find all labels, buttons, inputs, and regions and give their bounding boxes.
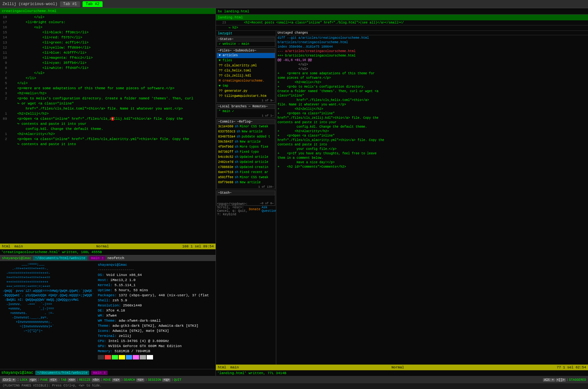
left-editor: creatingacolourscheme.html 18 </ul> 17 <… (0, 8, 216, 255)
file-item-helix[interactable]: ?? cls_helix.toml (217, 68, 275, 73)
prompt-user: shayanqvi@lmac (1, 371, 33, 375)
prompt-path: ~/documents/html/website (35, 371, 89, 375)
commit-item[interactable]: 8348753a4shpubdate added t (217, 134, 275, 139)
terminal-command: neofetch (107, 256, 124, 260)
commits-title: ─Commits─ ─Reflog─ (217, 120, 275, 124)
donate-link: Donate (249, 208, 260, 211)
info-icons: Icons: Adwaita [GTK2], mate [GTK3] (98, 328, 213, 333)
diff-area: Unstaged changes diff --git a/articles/c… (276, 31, 588, 365)
code-line: 17 <li>Bright colours: (0, 20, 216, 25)
keybind-bar: Ctrl + ⬡ LOCK <p> ⟩ PANE <t> ⟩ TAB <n> ⟩… (0, 376, 588, 383)
file-item-alacritty[interactable]: ?? cls_alacritty.yml (217, 63, 275, 68)
info-terminal: Terminal: zellij (98, 333, 213, 339)
right-editor-window-title: hx landing.html (216, 8, 588, 15)
title-bar: Zellij (capricious-wool) Tab #1 Tab #2 (0, 0, 588, 8)
window-title: Zellij (capricious-wool) (3, 2, 57, 6)
commit-item[interactable]: a591ffeeshMinor CSS tweak (217, 175, 275, 180)
status-item[interactable]: ✓ website → main (217, 42, 275, 47)
kb-session: <o> ⟩ SESSION (136, 378, 161, 382)
swatch-3 (112, 355, 118, 359)
commit-item[interactable]: 2482ce7dshUpdated article (217, 160, 275, 165)
swatch-8 (147, 355, 153, 359)
code-line: config.kdl. Change the default theme. (0, 126, 216, 131)
commit-item[interactable]: 4f94f96dshMore typos fixe (217, 144, 275, 150)
right-status-right: 77 1 sel 62:54 (557, 366, 586, 369)
kb-move: <h> ⟩ MOVE (92, 378, 111, 382)
terminal-prompt-bottom: shayanqvi@lmac ~/documents/html/website … (0, 369, 216, 376)
branches-title: ─Local branches ─ Remotes─ (217, 104, 275, 109)
file-item-files[interactable]: ▼ files (217, 58, 275, 63)
terminal-bottom: shayanqvi@lmac ~/documents/html/website … (0, 255, 216, 376)
file-item-generator[interactable]: ?? generator.py (217, 89, 275, 94)
commit-item[interactable]: 3c1e4360shMinor CSS tweak (217, 124, 275, 129)
swatch-6 (133, 355, 139, 359)
code-line: 4 <p>Here are some adaptations of this t… (0, 86, 216, 91)
commit-item[interactable]: 9d7302ffshFixed typo (217, 150, 275, 155)
code-line: 7 </ul> (0, 70, 216, 76)
commit-item[interactable]: 69f79e88shNew article (217, 180, 275, 185)
code-line: 15 <li>black: ff38c1</li> (0, 30, 216, 35)
code-line: href="./files/cls_helix.toml">this</a> f… (0, 106, 216, 111)
info-gpu: GPU: NVIDIA GeForce GTX 660M Mac Edition (98, 344, 213, 349)
lazygit-help: <pgup>/<pgdown>: Scroll, <esc>: Cancel, … (216, 206, 276, 212)
left-editor-cmdline: 'creatingacolourscheme.html' written, 10… (0, 249, 216, 255)
info-cpu: CPU: Intel i5-3470S (4) @ 3.600GHz (98, 339, 213, 344)
tab-2[interactable]: Tab #2 (83, 1, 103, 7)
commits-section: ─Commits─ ─Reflog─ 3c1e4360shMinor CSS t… (217, 119, 275, 189)
file-item-zellij[interactable]: ?? cls_zellij.kdl (217, 73, 275, 78)
right-pane: hx landing.html landing.html 23 <h2>Rece… (216, 8, 588, 376)
right-status-left: html main (218, 366, 239, 369)
kb-tab: <t> ⟩ TAB (49, 378, 66, 382)
code-line: 18 </ul> (0, 15, 216, 20)
left-editor-titlebar: creatingacolourscheme.html (0, 8, 216, 14)
files-scroll: 1 of 9─ (217, 99, 275, 103)
kb-quit: <q> ⟩ QUIT (162, 378, 181, 382)
hint-line: (FLOATING PANES VISIBLE): Press Ctrl+p, … (0, 383, 588, 389)
code-line: 14 <li>red: f5757</li> (0, 35, 216, 40)
right-editor-header-line: 23 <h2>Recent posts <small><a class="inl… (216, 20, 588, 25)
main-content: creatingacolourscheme.html 18 </ul> 17 <… (0, 8, 588, 376)
file-item-tmp[interactable]: ▼ tmp (217, 84, 275, 89)
commit-item[interactable]: 6337553c3shNew article (217, 129, 275, 134)
code-line: ↪ or wget <a class="inline" (0, 101, 216, 106)
code-line: ↪ contents and paste it into (0, 142, 216, 147)
info-wm: WM: Xfwm4 (98, 313, 213, 318)
tab-1[interactable]: Tab #1 (60, 1, 80, 7)
files-section: ─Files─ ─Submodules─ ▼ articles ▼ files … (217, 48, 275, 103)
right-main: lazygit ─Status─ ✓ website → main ─Files… (216, 31, 588, 365)
kb-alt-staggered: Alt + <[]> ⟩ STAGGERED (543, 378, 586, 382)
neofetch-art: ___:====;___ .-==++=+===+=++==-. -=++=+=… (0, 261, 95, 369)
info-de: DE: Xfce 4.18 (98, 308, 213, 313)
code-line: 2 <p>Go to Helix's configuration directo… (0, 96, 216, 101)
info-theme: Theme: adw-gtk3-dark [GTK2], Adwaita-dar… (98, 323, 213, 328)
swatch-7 (140, 355, 146, 359)
ask-question-link: Ask Question (262, 206, 277, 213)
code-line: 1 <h2>Alacritty</h2> (0, 131, 216, 137)
left-status-left: html main (2, 245, 23, 248)
branch-main[interactable]: * main ✓ (217, 109, 275, 114)
terminal-titlebar: shayanqvi@lmac ~/documents/html/website … (0, 255, 216, 261)
diff-title: Unstaged changes (276, 31, 588, 35)
status-section: ─Status─ ✓ website → main (217, 37, 275, 47)
info-uptime: Uptime: 5 hours, 53 mins (98, 288, 213, 293)
commit-item[interactable]: 6ae47518shFixed recent ar (217, 170, 275, 175)
kb-pane: <p> ⟩ PANE (29, 378, 48, 382)
commit-item[interactable]: c708683eshUpdated creatin (217, 165, 275, 170)
file-item-articles[interactable]: ▼ articles (217, 53, 275, 58)
left-editor-content[interactable]: 18 </ul> 17 <li>Bright colours: 16 <ul> (0, 14, 216, 244)
left-editor-statusbar: html main Normal 108 1 sel 89:54 (0, 244, 216, 249)
files-title: ─Files─ ─Submodules─ (217, 49, 275, 53)
code-line: 89 <p>Open <a class="inline" href="./fil… (0, 116, 216, 121)
branches-section: ─Local branches ─ Remotes─ * main ✓ 1 of… (217, 104, 275, 118)
diff-content[interactable]: diff --git a/articles/creatingacoloursch… (276, 35, 588, 365)
file-item-tiling[interactable]: ?? tilingwmquickstart.htm (217, 94, 275, 99)
commit-item[interactable]: 59c58437shNew article (217, 139, 275, 144)
commit-item[interactable]: b4cc0c52shUpdated article (217, 155, 275, 160)
left-status-right: 108 1 sel 89:54 (182, 245, 214, 248)
info-os: OS: Void Linux x86_64 (98, 272, 213, 278)
terminal-user: shayanqvi@lmac (2, 256, 31, 260)
info-resolution: Resolution: 2560x1440 (98, 303, 213, 308)
right-editor-wrap-line: ↪ h2> (216, 25, 588, 31)
status-title: ─Status─ (217, 37, 275, 42)
file-item-colourcheme[interactable]: M creatingacolourscheme. (217, 78, 275, 84)
